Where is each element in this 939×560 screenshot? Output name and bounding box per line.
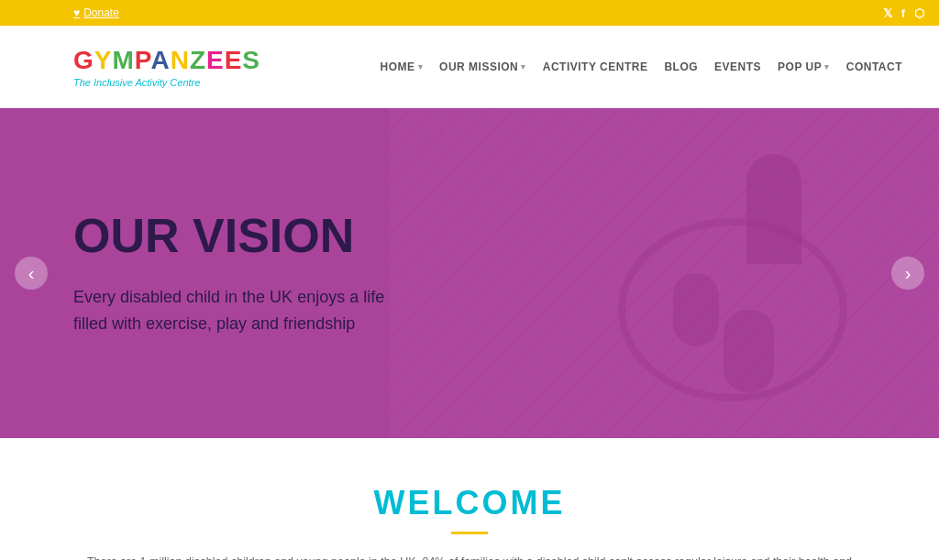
facebook-icon[interactable]: f	[901, 6, 905, 20]
nav-activity-centre[interactable]: ACTIVITY CENTRE	[543, 60, 648, 73]
nav-blog[interactable]: BLOG	[664, 60, 698, 73]
nav-our-mission-label: OUR MISSION	[439, 60, 518, 73]
nav-our-mission[interactable]: OUR MISSION ▾	[439, 60, 526, 73]
twitter-icon[interactable]: 𝕏	[883, 6, 892, 20]
welcome-title: WELCOME	[73, 484, 866, 522]
top-bar: ♥ Donate 𝕏 f ⬡	[0, 0, 939, 26]
logo[interactable]: GYMPANZEES The Inclusive Activity Centre	[73, 46, 260, 88]
main-nav: HOME ▾ OUR MISSION ▾ ACTIVITY CENTRE BLO…	[381, 60, 902, 73]
donate-label[interactable]: Donate	[83, 6, 119, 19]
chevron-down-icon: ▾	[521, 62, 526, 71]
hero-slider: OUR VISION Every disabled child in the U…	[0, 108, 939, 438]
nav-contact-label: CONTACT	[846, 60, 902, 73]
nav-home[interactable]: HOME ▾	[381, 60, 424, 73]
hero-title: OUR VISION	[73, 210, 413, 262]
welcome-divider	[451, 532, 488, 534]
hero-content: OUR VISION Every disabled child in the U…	[0, 210, 413, 337]
hero-subtitle: Every disabled child in the UK enjoys a …	[73, 284, 413, 337]
welcome-section: WELCOME There are 1 million disabled chi…	[0, 438, 939, 560]
welcome-body: There are 1 million disabled children an…	[75, 553, 864, 560]
slider-prev-button[interactable]: ‹	[15, 257, 48, 290]
nav-home-label: HOME	[381, 60, 415, 73]
logo-tagline: The Inclusive Activity Centre	[73, 77, 260, 88]
header: GYMPANZEES The Inclusive Activity Centre…	[0, 26, 939, 108]
nav-events-label: EVENTS	[714, 60, 761, 73]
instagram-icon[interactable]: ⬡	[914, 6, 924, 20]
social-icons-group: 𝕏 f ⬡	[883, 6, 924, 20]
slider-next-button[interactable]: ›	[891, 257, 924, 290]
nav-contact[interactable]: CONTACT	[846, 60, 902, 73]
nav-events[interactable]: EVENTS	[714, 60, 761, 73]
nav-blog-label: BLOG	[664, 60, 698, 73]
donate-link[interactable]: ♥ Donate	[73, 6, 119, 19]
heart-icon: ♥	[73, 6, 80, 19]
chevron-down-icon: ▾	[824, 62, 830, 71]
nav-pop-up[interactable]: POP UP ▾	[778, 60, 830, 73]
nav-pop-up-label: POP UP	[778, 60, 822, 73]
chevron-down-icon: ▾	[418, 62, 424, 71]
logo-text: GYMPANZEES	[73, 46, 260, 75]
nav-activity-centre-label: ACTIVITY CENTRE	[543, 60, 648, 73]
